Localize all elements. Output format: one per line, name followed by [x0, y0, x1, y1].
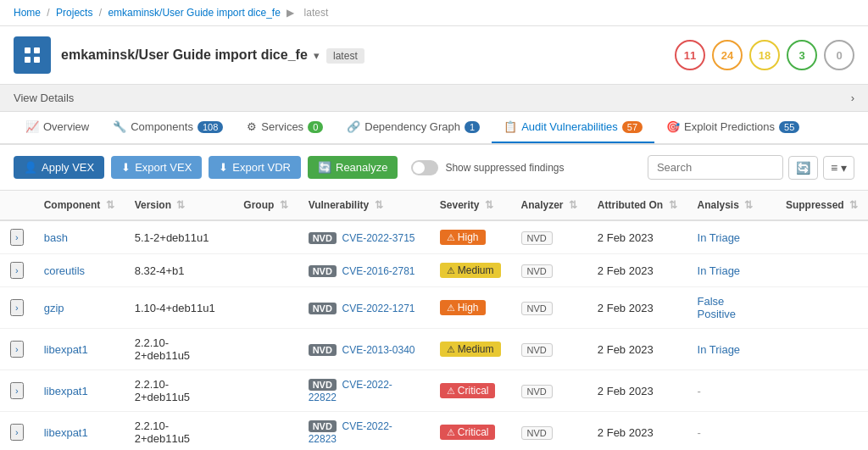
- tab-components[interactable]: 🔧 Components 108: [101, 112, 235, 143]
- export-vdr-icon: ⬇: [219, 161, 228, 174]
- cell-version: 5.1-2+deb11u1: [125, 220, 234, 254]
- reanalyze-button[interactable]: 🔄 Reanalyze: [308, 156, 398, 179]
- breadcrumb: Home / Projects / emkaminsk/User Guide i…: [0, 0, 868, 26]
- component-link[interactable]: libexpat1: [44, 426, 88, 439]
- nvd-badge: NVD: [309, 265, 337, 277]
- col-component[interactable]: Component ⇅: [34, 191, 125, 220]
- export-vex-button[interactable]: ⬇ Export VEX: [111, 156, 202, 179]
- expand-row-button[interactable]: ›: [10, 299, 24, 316]
- breadcrumb-version: latest: [304, 7, 329, 19]
- tab-dependency-graph[interactable]: 🔗 Dependency Graph 1: [335, 112, 492, 143]
- tab-exploit-label: Exploit Predictions: [684, 120, 775, 133]
- breadcrumb-projects[interactable]: Projects: [56, 7, 92, 19]
- cve-link[interactable]: CVE-2022-1271: [342, 303, 415, 314]
- critical-badge[interactable]: 11: [675, 40, 705, 70]
- cell-component: coreutils: [34, 254, 125, 287]
- components-icon: 🔧: [113, 120, 126, 133]
- cell-vulnerability: NVD CVE-2022-22822: [298, 370, 430, 412]
- cell-analyzer: NVD: [511, 287, 587, 329]
- cell-suppressed: [776, 370, 868, 412]
- tab-audit-label: Audit Vulnerabilities: [521, 120, 618, 133]
- view-toggle-button[interactable]: ≡ ▾: [823, 156, 854, 180]
- col-expand: [0, 191, 34, 220]
- cell-group: [233, 254, 298, 287]
- col-severity[interactable]: Severity ⇅: [430, 191, 511, 220]
- component-link[interactable]: gzip: [44, 302, 64, 314]
- analyzer-badge: NVD: [521, 426, 553, 440]
- exploit-icon: 🎯: [666, 120, 680, 133]
- search-input[interactable]: [648, 155, 783, 180]
- col-group[interactable]: Group ⇅: [233, 191, 298, 220]
- cell-attributed-on: 2 Feb 2023: [587, 220, 687, 254]
- col-analysis[interactable]: Analysis ⇅: [687, 191, 776, 220]
- low-badge[interactable]: 3: [787, 40, 817, 70]
- analysis-link[interactable]: In Triage: [698, 231, 741, 244]
- apply-vex-button[interactable]: 👤 Apply VEX: [14, 156, 104, 179]
- export-vdr-button[interactable]: ⬇ Export VDR: [209, 156, 301, 179]
- tab-services[interactable]: ⚙ Services 0: [235, 112, 335, 143]
- cve-link[interactable]: CVE-2016-2781: [342, 265, 415, 277]
- cell-severity: ⚠ Medium: [430, 329, 511, 370]
- svg-rect-0: [25, 47, 31, 53]
- expand-row-button[interactable]: ›: [10, 424, 24, 441]
- suppress-switch[interactable]: [411, 160, 438, 175]
- nvd-badge: NVD: [309, 420, 337, 432]
- reanalyze-icon: 🔄: [318, 161, 331, 174]
- info-badge[interactable]: 0: [824, 40, 854, 70]
- expand-row-button[interactable]: ›: [10, 341, 24, 358]
- project-icon: [14, 36, 51, 74]
- tab-services-label: Services: [261, 120, 303, 133]
- analysis-link[interactable]: In Triage: [698, 343, 741, 356]
- nvd-badge: NVD: [309, 344, 337, 356]
- cell-suppressed: [776, 329, 868, 370]
- refresh-button[interactable]: 🔄: [788, 156, 818, 180]
- nvd-badge: NVD: [309, 232, 337, 244]
- table-row: › bash 5.1-2+deb11u1 NVD CVE-2022-3715 ⚠…: [0, 220, 868, 254]
- cell-analysis: In Triage: [687, 329, 776, 370]
- breadcrumb-home[interactable]: Home: [14, 7, 41, 19]
- breadcrumb-project-path[interactable]: emkaminsk/User Guide import dice_fe: [108, 7, 280, 19]
- severity-badge: ⚠ High: [440, 300, 486, 315]
- cell-analyzer: NVD: [511, 254, 587, 287]
- expand-row-button[interactable]: ›: [10, 262, 24, 279]
- medium-badge[interactable]: 18: [749, 40, 780, 70]
- exploit-badge: 55: [779, 121, 799, 133]
- cell-attributed-on: 2 Feb 2023: [587, 329, 687, 370]
- tab-exploit-predictions[interactable]: 🎯 Exploit Predictions 55: [654, 112, 811, 143]
- apply-vex-label: Apply VEX: [42, 161, 94, 174]
- component-link[interactable]: coreutils: [44, 264, 85, 277]
- cve-link[interactable]: CVE-2022-3715: [342, 232, 415, 244]
- apply-vex-icon: 👤: [24, 161, 37, 174]
- col-suppressed[interactable]: Suppressed ⇅: [776, 191, 868, 220]
- severity-icon: ⚠: [447, 427, 455, 438]
- severity-icon: ⚠: [447, 344, 455, 355]
- component-link[interactable]: libexpat1: [44, 343, 88, 356]
- cell-version: 1.10-4+deb11u1: [125, 287, 234, 329]
- high-badge[interactable]: 24: [712, 40, 743, 70]
- tab-audit-vulnerabilities[interactable]: 📋 Audit Vulnerabilities 57: [492, 112, 654, 143]
- vulnerability-table: Component ⇅ Version ⇅ Group ⇅ Vulnerabil…: [0, 191, 868, 450]
- col-analyzer[interactable]: Analyzer ⇅: [511, 191, 587, 220]
- cell-version: 2.2.10-2+deb11u5: [125, 329, 234, 370]
- component-link[interactable]: bash: [44, 231, 68, 244]
- cve-link[interactable]: CVE-2013-0340: [342, 344, 415, 356]
- tabs-container: 📈 Overview 🔧 Components 108 ⚙ Services 0…: [0, 112, 868, 145]
- nvd-badge: NVD: [309, 303, 337, 314]
- tab-overview[interactable]: 📈 Overview: [14, 112, 101, 143]
- overview-icon: 📈: [25, 120, 39, 133]
- tab-overview-label: Overview: [43, 120, 89, 133]
- col-attributed-on[interactable]: Attributed On ⇅: [587, 191, 687, 220]
- cell-suppressed: [776, 412, 868, 451]
- col-vulnerability[interactable]: Vulnerability ⇅: [298, 191, 430, 220]
- expand-row-button[interactable]: ›: [10, 382, 24, 399]
- col-version[interactable]: Version ⇅: [125, 191, 234, 220]
- cell-vulnerability: NVD CVE-2022-1271: [298, 287, 430, 329]
- expand-row-button[interactable]: ›: [10, 229, 24, 246]
- analysis-link[interactable]: In Triage: [698, 264, 741, 277]
- view-details-bar[interactable]: View Details ›: [0, 85, 868, 112]
- toggle-knob: [413, 162, 425, 174]
- dropdown-arrow[interactable]: ▾: [314, 49, 320, 62]
- analysis-link[interactable]: False Positive: [698, 295, 737, 320]
- severity-badge: ⚠ Critical: [440, 425, 496, 440]
- component-link[interactable]: libexpat1: [44, 385, 88, 397]
